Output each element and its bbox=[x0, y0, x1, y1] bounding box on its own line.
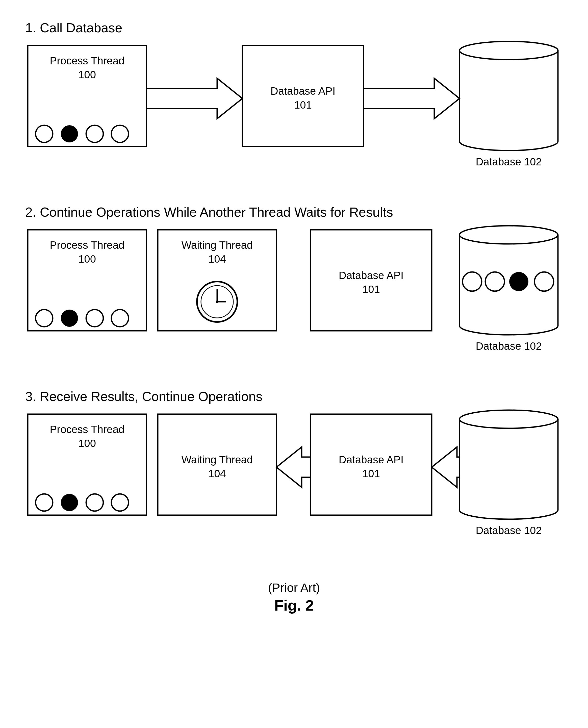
svg-point-4 bbox=[61, 125, 78, 142]
process-thread-box: Process Thread 100 bbox=[28, 230, 146, 331]
prior-art-caption: (Prior Art) bbox=[20, 581, 568, 595]
arrow-pt-to-api bbox=[146, 78, 243, 119]
svg-point-31 bbox=[485, 272, 504, 291]
arrow-api-to-db bbox=[363, 78, 460, 119]
section3-diagram: Process Thread 100 Waiting Thread 104 Da… bbox=[20, 409, 563, 550]
svg-point-3 bbox=[36, 125, 53, 142]
waiting-thread-box: Waiting Thread 104 bbox=[158, 230, 276, 331]
svg-text:104: 104 bbox=[208, 253, 226, 265]
svg-point-5 bbox=[86, 125, 103, 142]
database-api-box: Database API 101 bbox=[311, 230, 432, 331]
svg-point-17 bbox=[111, 310, 128, 327]
svg-point-37 bbox=[36, 494, 53, 511]
svg-point-39 bbox=[86, 494, 103, 511]
svg-text:Database API: Database API bbox=[339, 454, 404, 466]
process-thread-box: Process Thread 100 bbox=[28, 414, 146, 515]
svg-text:100: 100 bbox=[78, 437, 96, 449]
svg-text:100: 100 bbox=[78, 253, 96, 265]
svg-text:Waiting Thread: Waiting Thread bbox=[182, 454, 253, 466]
svg-point-25 bbox=[216, 300, 218, 303]
svg-text:Process Thread: Process Thread bbox=[50, 423, 124, 435]
svg-text:Process Thread: Process Thread bbox=[50, 55, 124, 67]
svg-point-15 bbox=[61, 310, 78, 327]
svg-text:101: 101 bbox=[294, 99, 312, 111]
svg-text:Database API: Database API bbox=[339, 269, 404, 281]
section2-title: 2. Continue Operations While Another Thr… bbox=[25, 205, 568, 220]
database-cylinder bbox=[460, 226, 558, 335]
database-api-box: Database API 101 bbox=[311, 414, 432, 515]
svg-point-16 bbox=[86, 310, 103, 327]
process-thread-box: Process Thread 100 bbox=[28, 45, 146, 146]
database-cylinder bbox=[460, 410, 558, 519]
figure-number: Fig. 2 bbox=[20, 597, 568, 614]
svg-point-29 bbox=[460, 226, 558, 244]
svg-point-30 bbox=[463, 272, 482, 291]
database-cylinder bbox=[460, 41, 558, 150]
waiting-thread-box: Waiting Thread 104 bbox=[158, 414, 276, 515]
database-label: Database 102 bbox=[476, 156, 542, 168]
svg-point-33 bbox=[534, 272, 554, 291]
arrow-db-to-api bbox=[432, 447, 460, 487]
svg-text:Waiting Thread: Waiting Thread bbox=[182, 239, 253, 251]
section1-title: 1. Call Database bbox=[25, 20, 568, 35]
arrow-api-to-waiting bbox=[276, 447, 311, 487]
svg-point-38 bbox=[61, 494, 78, 511]
section1-diagram: Process Thread 100 Database API 101 Data… bbox=[20, 40, 563, 182]
svg-point-40 bbox=[111, 494, 128, 511]
database-label: Database 102 bbox=[476, 340, 542, 352]
svg-point-10 bbox=[460, 41, 558, 60]
svg-text:100: 100 bbox=[78, 69, 96, 81]
database-label: Database 102 bbox=[476, 524, 542, 536]
clock-icon bbox=[197, 282, 237, 322]
svg-point-14 bbox=[36, 310, 53, 327]
svg-text:Process Thread: Process Thread bbox=[50, 239, 124, 251]
svg-text:101: 101 bbox=[362, 283, 380, 295]
svg-text:101: 101 bbox=[362, 467, 380, 480]
svg-text:Database API: Database API bbox=[271, 85, 336, 97]
svg-point-32 bbox=[509, 272, 528, 291]
svg-text:104: 104 bbox=[208, 467, 226, 480]
figure-footer: (Prior Art) Fig. 2 bbox=[20, 581, 568, 614]
database-api-box: Database API 101 bbox=[243, 45, 363, 146]
section2-diagram: Process Thread 100 Waiting Thread 104 Da… bbox=[20, 225, 563, 366]
svg-point-47 bbox=[460, 410, 558, 428]
section3-title: 3. Receive Results, Continue Operations bbox=[25, 389, 568, 404]
svg-point-6 bbox=[111, 125, 128, 142]
